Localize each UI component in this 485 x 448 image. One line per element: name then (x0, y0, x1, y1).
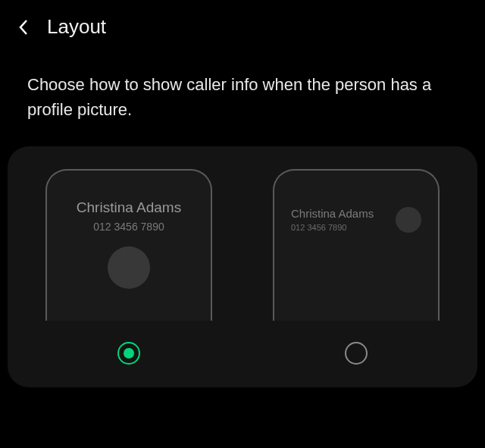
layout-options-panel: Christina Adams 012 3456 7890 Christina … (8, 146, 477, 387)
description-text: Choose how to show caller info when the … (0, 54, 485, 146)
page-title: Layout (47, 15, 106, 39)
caller-number: 012 3456 7890 (93, 221, 164, 233)
avatar-icon (108, 246, 150, 289)
layout-option-centered[interactable]: Christina Adams 012 3456 7890 (45, 169, 212, 365)
radio-unselected-icon[interactable] (345, 342, 368, 365)
radio-selected-icon[interactable] (117, 342, 140, 365)
phone-preview-topleft: Christina Adams 012 3456 7890 (273, 169, 440, 321)
caller-name: Christina Adams (77, 199, 181, 216)
phone-preview-centered: Christina Adams 012 3456 7890 (45, 169, 212, 321)
layout-option-topleft[interactable]: Christina Adams 012 3456 7890 (273, 169, 440, 365)
avatar-icon (396, 207, 421, 233)
header: Layout (0, 0, 485, 54)
back-icon[interactable] (18, 18, 29, 36)
